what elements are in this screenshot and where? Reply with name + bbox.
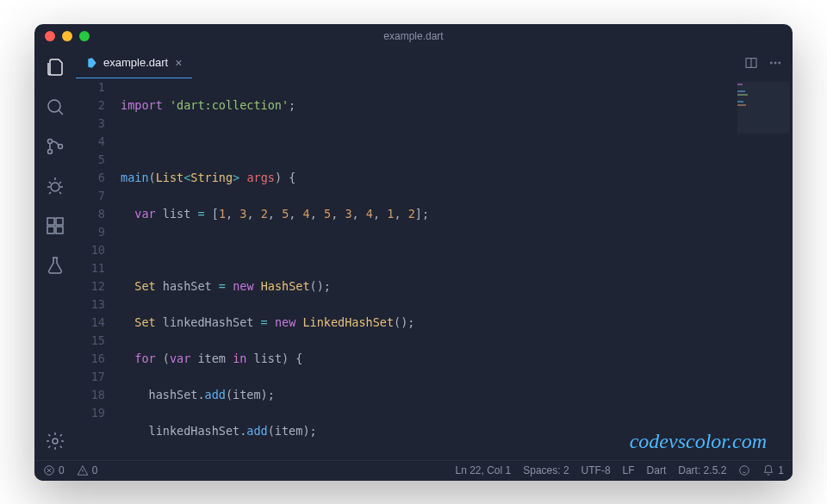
code-content[interactable]: import 'dart:collection'; main(List<Stri… [121, 78, 793, 460]
close-window-icon[interactable] [45, 31, 55, 41]
window-title: example.dart [383, 30, 443, 42]
line-gutter: 123 456 789 101112 131415 161718 19 [76, 78, 121, 460]
cursor-position[interactable]: Ln 22, Col 1 [456, 464, 512, 476]
eol[interactable]: LF [623, 464, 635, 476]
warnings-count[interactable]: 0 [77, 464, 98, 476]
svg-point-0 [48, 100, 60, 112]
window-controls [45, 31, 90, 41]
svg-point-9 [53, 439, 58, 444]
tab-label: example.dart [103, 56, 168, 69]
debug-icon[interactable] [43, 174, 67, 198]
svg-rect-5 [47, 218, 54, 225]
extensions-icon[interactable] [43, 214, 67, 238]
svg-point-12 [774, 62, 776, 64]
titlebar: example.dart [34, 24, 793, 48]
editor-window: example.dart [34, 24, 793, 481]
dart-file-icon [86, 57, 98, 69]
encoding[interactable]: UTF-8 [581, 464, 611, 476]
notifications-icon[interactable]: 1 [762, 464, 784, 476]
svg-point-15 [740, 466, 749, 476]
split-editor-icon[interactable] [744, 56, 758, 70]
svg-point-13 [779, 62, 780, 64]
minimize-window-icon[interactable] [62, 31, 72, 41]
code-editor[interactable]: 123 456 789 101112 131415 161718 19 impo… [76, 78, 793, 460]
search-icon[interactable] [43, 95, 67, 119]
svg-point-1 [48, 139, 53, 143]
main-area: example.dart × 123 456 789 10 [34, 48, 793, 460]
test-icon[interactable] [43, 253, 67, 277]
language-mode[interactable]: Dart [647, 464, 667, 476]
svg-point-4 [51, 183, 59, 191]
source-control-icon[interactable] [43, 134, 67, 159]
svg-rect-6 [47, 227, 54, 233]
explorer-icon[interactable] [43, 55, 67, 79]
editor-area: example.dart × 123 456 789 10 [76, 48, 793, 460]
close-tab-icon[interactable]: × [175, 56, 182, 70]
dart-version[interactable]: Dart: 2.5.2 [678, 464, 726, 476]
svg-rect-8 [56, 218, 63, 225]
feedback-icon[interactable] [738, 464, 750, 476]
statusbar: 0 0 Ln 22, Col 1 Spaces: 2 UTF-8 LF Dart… [34, 460, 793, 481]
settings-icon[interactable] [43, 429, 67, 453]
more-actions-icon[interactable] [768, 56, 782, 70]
errors-count[interactable]: 0 [43, 464, 65, 476]
tab-example-dart[interactable]: example.dart × [76, 48, 192, 78]
svg-point-11 [770, 62, 772, 64]
tabs-row: example.dart × [76, 48, 793, 78]
maximize-window-icon[interactable] [79, 31, 90, 41]
svg-point-2 [48, 149, 53, 153]
svg-rect-7 [56, 227, 63, 233]
tab-actions [744, 48, 793, 78]
activity-bar [34, 48, 76, 460]
minimap[interactable] [737, 82, 789, 134]
indentation[interactable]: Spaces: 2 [523, 464, 569, 476]
